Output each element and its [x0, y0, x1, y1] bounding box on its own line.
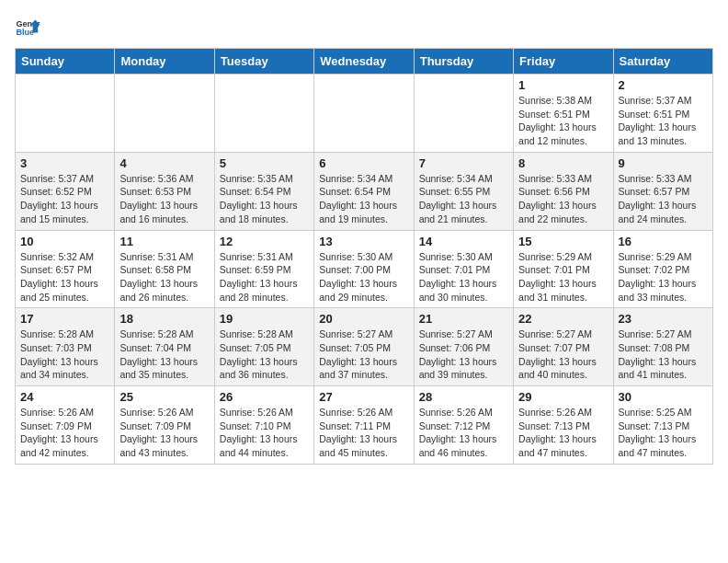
day-cell	[214, 75, 313, 153]
day-cell: 29Sunrise: 5:26 AMSunset: 7:13 PMDayligh…	[514, 386, 613, 465]
weekday-header-tuesday: Tuesday	[214, 49, 313, 75]
day-info: Sunrise: 5:34 AMSunset: 6:54 PMDaylight:…	[319, 172, 408, 226]
day-cell: 23Sunrise: 5:27 AMSunset: 7:08 PMDayligh…	[613, 308, 712, 386]
day-info: Sunrise: 5:26 AMSunset: 7:13 PMDaylight:…	[518, 406, 608, 460]
day-number: 25	[119, 390, 209, 404]
day-number: 5	[220, 156, 309, 170]
day-cell: 19Sunrise: 5:28 AMSunset: 7:05 PMDayligh…	[214, 308, 313, 386]
day-info: Sunrise: 5:26 AMSunset: 7:09 PMDaylight:…	[119, 406, 209, 460]
day-info: Sunrise: 5:33 AMSunset: 6:56 PMDaylight:…	[518, 172, 608, 226]
day-number: 15	[518, 235, 608, 248]
day-info: Sunrise: 5:31 AMSunset: 6:58 PMDaylight:…	[119, 250, 209, 304]
day-cell: 24Sunrise: 5:26 AMSunset: 7:09 PMDayligh…	[16, 386, 115, 465]
day-cell: 6Sunrise: 5:34 AMSunset: 6:54 PMDaylight…	[314, 152, 414, 230]
day-cell: 2Sunrise: 5:37 AMSunset: 6:51 PMDaylight…	[613, 75, 712, 153]
day-number: 6	[319, 156, 408, 170]
day-info: Sunrise: 5:27 AMSunset: 7:06 PMDaylight:…	[419, 327, 508, 382]
day-cell	[314, 75, 414, 153]
svg-text:Blue: Blue	[16, 28, 34, 37]
day-number: 8	[518, 156, 608, 170]
day-number: 17	[20, 312, 109, 326]
day-info: Sunrise: 5:29 AMSunset: 7:01 PMDaylight:…	[518, 250, 608, 304]
weekday-header-sunday: Sunday	[16, 49, 115, 75]
day-info: Sunrise: 5:35 AMSunset: 6:54 PMDaylight:…	[220, 172, 309, 226]
day-cell: 28Sunrise: 5:26 AMSunset: 7:12 PMDayligh…	[414, 386, 513, 465]
day-info: Sunrise: 5:34 AMSunset: 6:55 PMDaylight:…	[419, 172, 508, 226]
day-number: 21	[419, 312, 508, 326]
day-cell: 7Sunrise: 5:34 AMSunset: 6:55 PMDaylight…	[414, 152, 513, 230]
day-info: Sunrise: 5:31 AMSunset: 6:59 PMDaylight:…	[220, 250, 309, 304]
day-number: 18	[119, 312, 209, 326]
day-number: 14	[419, 235, 508, 248]
day-number: 13	[319, 235, 408, 248]
day-number: 3	[20, 156, 109, 170]
day-cell	[16, 75, 115, 153]
day-cell: 14Sunrise: 5:30 AMSunset: 7:01 PMDayligh…	[414, 230, 513, 308]
day-info: Sunrise: 5:27 AMSunset: 7:05 PMDaylight:…	[319, 327, 408, 382]
day-number: 22	[518, 312, 608, 326]
weekday-header-wednesday: Wednesday	[314, 49, 414, 75]
weekday-header-row: SundayMondayTuesdayWednesdayThursdayFrid…	[16, 49, 713, 75]
day-info: Sunrise: 5:26 AMSunset: 7:10 PMDaylight:…	[220, 406, 309, 460]
day-cell: 15Sunrise: 5:29 AMSunset: 7:01 PMDayligh…	[514, 230, 613, 308]
weekday-header-monday: Monday	[115, 49, 214, 75]
day-cell: 20Sunrise: 5:27 AMSunset: 7:05 PMDayligh…	[314, 308, 414, 386]
day-cell: 21Sunrise: 5:27 AMSunset: 7:06 PMDayligh…	[414, 308, 513, 386]
day-cell: 3Sunrise: 5:37 AMSunset: 6:52 PMDaylight…	[16, 152, 115, 230]
day-number: 29	[518, 390, 608, 404]
day-info: Sunrise: 5:28 AMSunset: 7:04 PMDaylight:…	[119, 327, 209, 382]
day-info: Sunrise: 5:26 AMSunset: 7:09 PMDaylight:…	[20, 406, 109, 460]
day-cell: 26Sunrise: 5:26 AMSunset: 7:10 PMDayligh…	[214, 386, 313, 465]
day-info: Sunrise: 5:25 AMSunset: 7:13 PMDaylight:…	[619, 406, 708, 460]
day-number: 23	[619, 312, 708, 326]
day-cell: 10Sunrise: 5:32 AMSunset: 6:57 PMDayligh…	[16, 230, 115, 308]
day-cell: 4Sunrise: 5:36 AMSunset: 6:53 PMDaylight…	[115, 152, 214, 230]
day-number: 30	[619, 390, 708, 404]
day-info: Sunrise: 5:28 AMSunset: 7:05 PMDaylight:…	[220, 327, 309, 382]
week-row-2: 3Sunrise: 5:37 AMSunset: 6:52 PMDaylight…	[16, 152, 713, 230]
day-cell	[115, 75, 214, 153]
logo-icon: General Blue	[15, 15, 40, 40]
day-number: 27	[319, 390, 408, 404]
day-number: 10	[20, 235, 109, 248]
day-number: 11	[119, 235, 209, 248]
day-cell: 27Sunrise: 5:26 AMSunset: 7:11 PMDayligh…	[314, 386, 414, 465]
day-cell: 18Sunrise: 5:28 AMSunset: 7:04 PMDayligh…	[115, 308, 214, 386]
weekday-header-thursday: Thursday	[414, 49, 513, 75]
day-number: 4	[119, 156, 209, 170]
day-cell: 1Sunrise: 5:38 AMSunset: 6:51 PMDaylight…	[514, 75, 613, 153]
day-cell	[414, 75, 513, 153]
day-info: Sunrise: 5:28 AMSunset: 7:03 PMDaylight:…	[20, 327, 109, 382]
day-info: Sunrise: 5:26 AMSunset: 7:11 PMDaylight:…	[319, 406, 408, 460]
day-number: 16	[619, 235, 708, 248]
day-info: Sunrise: 5:37 AMSunset: 6:51 PMDaylight:…	[619, 94, 708, 148]
day-cell: 22Sunrise: 5:27 AMSunset: 7:07 PMDayligh…	[514, 308, 613, 386]
day-number: 24	[20, 390, 109, 404]
day-cell: 8Sunrise: 5:33 AMSunset: 6:56 PMDaylight…	[514, 152, 613, 230]
day-info: Sunrise: 5:36 AMSunset: 6:53 PMDaylight:…	[119, 172, 209, 226]
page-header: General Blue	[15, 15, 713, 40]
day-info: Sunrise: 5:33 AMSunset: 6:57 PMDaylight:…	[619, 172, 708, 226]
day-info: Sunrise: 5:38 AMSunset: 6:51 PMDaylight:…	[518, 94, 608, 148]
day-cell: 16Sunrise: 5:29 AMSunset: 7:02 PMDayligh…	[613, 230, 712, 308]
day-number: 28	[419, 390, 508, 404]
day-cell: 13Sunrise: 5:30 AMSunset: 7:00 PMDayligh…	[314, 230, 414, 308]
day-cell: 5Sunrise: 5:35 AMSunset: 6:54 PMDaylight…	[214, 152, 313, 230]
day-number: 12	[220, 235, 309, 248]
day-number: 2	[619, 78, 708, 92]
day-cell: 30Sunrise: 5:25 AMSunset: 7:13 PMDayligh…	[613, 386, 712, 465]
calendar-table: SundayMondayTuesdayWednesdayThursdayFrid…	[15, 48, 713, 465]
day-info: Sunrise: 5:32 AMSunset: 6:57 PMDaylight:…	[20, 250, 109, 304]
day-cell: 12Sunrise: 5:31 AMSunset: 6:59 PMDayligh…	[214, 230, 313, 308]
day-info: Sunrise: 5:27 AMSunset: 7:07 PMDaylight:…	[518, 327, 608, 382]
day-number: 20	[319, 312, 408, 326]
logo: General Blue	[15, 15, 44, 40]
day-info: Sunrise: 5:26 AMSunset: 7:12 PMDaylight:…	[419, 406, 508, 460]
day-number: 26	[220, 390, 309, 404]
day-info: Sunrise: 5:30 AMSunset: 7:00 PMDaylight:…	[319, 250, 408, 304]
day-cell: 25Sunrise: 5:26 AMSunset: 7:09 PMDayligh…	[115, 386, 214, 465]
day-info: Sunrise: 5:37 AMSunset: 6:52 PMDaylight:…	[20, 172, 109, 226]
day-cell: 9Sunrise: 5:33 AMSunset: 6:57 PMDaylight…	[613, 152, 712, 230]
day-cell: 17Sunrise: 5:28 AMSunset: 7:03 PMDayligh…	[16, 308, 115, 386]
day-number: 9	[619, 156, 708, 170]
